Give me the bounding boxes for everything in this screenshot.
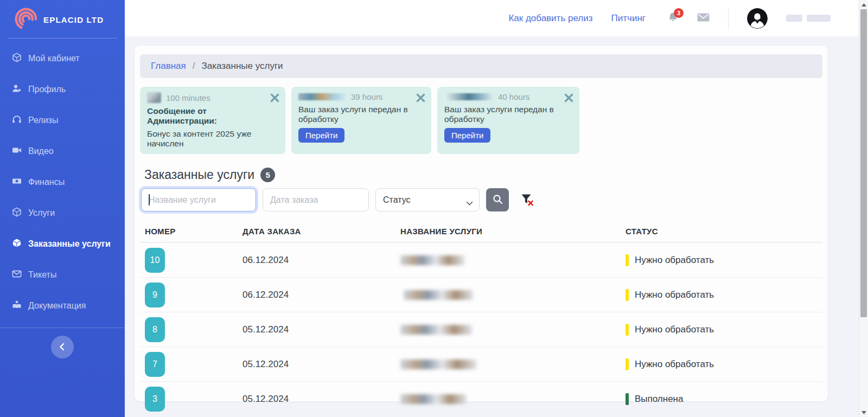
status-label: Нужно обработать <box>635 359 714 370</box>
status-color-bar <box>626 289 629 301</box>
brand-logo[interactable]: EPLACID LTD <box>0 0 125 38</box>
notice-order-processing-1: 39 hours Ваш заказ услуги передан в обра… <box>291 87 431 154</box>
services-box-icon <box>12 207 22 219</box>
headphones-icon <box>12 114 22 126</box>
table-row[interactable]: 3 05.12.2024 Выполнена <box>140 382 822 416</box>
status-label: Нужно обработать <box>635 255 714 266</box>
user-name-redacted <box>786 15 831 22</box>
go-to-button[interactable]: Перейти <box>444 128 490 143</box>
clear-filter-button[interactable] <box>521 194 534 206</box>
order-number-badge[interactable]: 9 <box>145 283 165 307</box>
close-icon[interactable] <box>564 93 574 103</box>
notifications-button[interactable]: 3 <box>667 12 679 25</box>
order-number-badge[interactable]: 7 <box>145 352 165 377</box>
order-status: Нужно обработать <box>626 324 822 336</box>
order-date: 06.12.2024 <box>242 255 400 266</box>
redacted-service-name <box>400 325 472 335</box>
order-status: Нужно обработать <box>626 358 822 370</box>
order-date: 05.12.2024 <box>242 324 400 335</box>
sidebar-item-label: Видео <box>28 146 54 156</box>
eplacid-logo-icon <box>12 6 37 33</box>
user-avatar[interactable] <box>747 8 768 29</box>
text-caret <box>149 194 150 206</box>
table-row[interactable]: 8 05.12.2024 Нужно обработать <box>140 312 822 347</box>
sidebar-item-label: Мой кабинет <box>28 54 80 63</box>
cabinet-box-icon <box>12 53 22 65</box>
filter-remove-icon <box>521 200 534 208</box>
chevron-left-icon <box>58 342 67 353</box>
go-to-button[interactable]: Перейти <box>298 128 344 143</box>
documentation-reader-icon <box>12 300 22 312</box>
sidebar-item-label: Релизы <box>28 116 58 125</box>
order-number-badge[interactable]: 10 <box>145 248 165 273</box>
table-row[interactable]: 9 06.12.2024 Нужно обработать <box>140 278 822 312</box>
order-number-badge[interactable]: 3 <box>145 387 165 412</box>
notice-text: Ваш заказ услуги передан в обработку <box>298 105 413 124</box>
envelope-icon <box>12 269 22 281</box>
scroll-up-arrow-icon[interactable] <box>859 0 868 9</box>
top-bar: Как добавить релиз Питчинг 3 <box>125 0 859 36</box>
status-label: Нужно обработать <box>635 290 714 300</box>
mail-icon <box>697 15 710 24</box>
breadcrumb-home-link[interactable]: Главная <box>151 61 186 72</box>
close-icon[interactable] <box>416 93 426 103</box>
breadcrumb-separator: / <box>193 61 195 72</box>
redacted-text-block <box>444 93 493 100</box>
sidebar-item-services[interactable]: Услуги <box>0 197 125 228</box>
messages-button[interactable] <box>697 12 710 24</box>
order-status: Нужно обработать <box>626 289 822 301</box>
redacted-text-block <box>786 15 802 22</box>
status-color-bar <box>626 324 629 336</box>
order-status: Выполнена <box>626 393 822 405</box>
sidebar-item-label: Финансы <box>28 177 65 187</box>
sidebar-collapse-button[interactable] <box>51 336 74 358</box>
sidebar-item-documentation[interactable]: Документация <box>0 290 125 321</box>
status-label: Нужно обработать <box>635 324 714 335</box>
sidebar-item-label: Документация <box>28 301 86 311</box>
column-header-status: СТАТУС <box>626 227 822 236</box>
order-date-input[interactable] <box>263 188 369 211</box>
close-icon[interactable] <box>270 93 280 103</box>
sidebar-item-label: Тикеты <box>28 270 56 280</box>
order-status: Нужно обработать <box>626 254 822 266</box>
status-select[interactable]: Статус <box>375 188 480 211</box>
notice-text: Бонус за контент 2025 уже начислен <box>147 129 267 149</box>
sidebar-item-finance[interactable]: Финансы <box>0 166 125 197</box>
how-to-add-release-link[interactable]: Как добавить релиз <box>508 13 592 24</box>
sidebar-item-label: Заказанные услуги <box>28 239 111 249</box>
orders-table: НОМЕР ДАТА ЗАКАЗА НАЗВАНИЕ УСЛУГИ СТАТУС… <box>140 220 822 416</box>
scroll-down-arrow-icon[interactable] <box>859 408 868 417</box>
notice-time: 40 hours <box>498 92 529 101</box>
content-card: Главная / Заказанные услуги 100 minutes … <box>135 46 828 401</box>
banknote-icon <box>12 176 22 188</box>
main-area: Главная / Заказанные услуги 100 minutes … <box>125 36 859 417</box>
ordered-services-box-icon <box>12 238 22 250</box>
sidebar-item-label: Профиль <box>28 85 66 94</box>
sidebar-item-tickets[interactable]: Тикеты <box>0 259 125 290</box>
search-button[interactable] <box>486 188 509 211</box>
table-row[interactable]: 10 06.12.2024 Нужно обработать <box>140 243 822 278</box>
column-header-number: НОМЕР <box>145 227 242 236</box>
profile-person-icon <box>12 84 22 95</box>
table-header-row: НОМЕР ДАТА ЗАКАЗА НАЗВАНИЕ УСЛУГИ СТАТУС <box>140 220 822 243</box>
redacted-service-name <box>400 360 476 369</box>
sidebar-item-profile[interactable]: Профиль <box>0 74 125 105</box>
sidebar-nav: Мой кабинет Профиль Релизы Видео Финансы… <box>0 39 125 321</box>
sidebar-item-label: Услуги <box>28 208 55 218</box>
redacted-service-name <box>404 290 473 300</box>
table-row[interactable]: 7 05.12.2024 Нужно обработать <box>140 347 822 382</box>
pitching-link[interactable]: Питчинг <box>611 13 646 24</box>
service-name-input[interactable] <box>141 188 256 211</box>
sidebar-item-releases[interactable]: Релизы <box>0 105 125 136</box>
video-camera-icon <box>12 145 22 157</box>
sidebar-item-ordered-services[interactable]: Заказанные услуги <box>0 228 125 259</box>
notice-time: 39 hours <box>351 92 382 101</box>
sidebar-item-my-cabinet[interactable]: Мой кабинет <box>0 43 125 74</box>
redacted-service-name <box>400 394 467 404</box>
status-color-bar <box>626 393 629 405</box>
browser-scrollbar[interactable] <box>859 0 868 417</box>
sidebar-item-video[interactable]: Видео <box>0 136 125 166</box>
sidebar: EPLACID LTD Мой кабинет Профиль Релизы В… <box>0 0 125 417</box>
order-number-badge[interactable]: 8 <box>145 317 165 342</box>
scrollbar-thumb[interactable] <box>860 9 867 317</box>
